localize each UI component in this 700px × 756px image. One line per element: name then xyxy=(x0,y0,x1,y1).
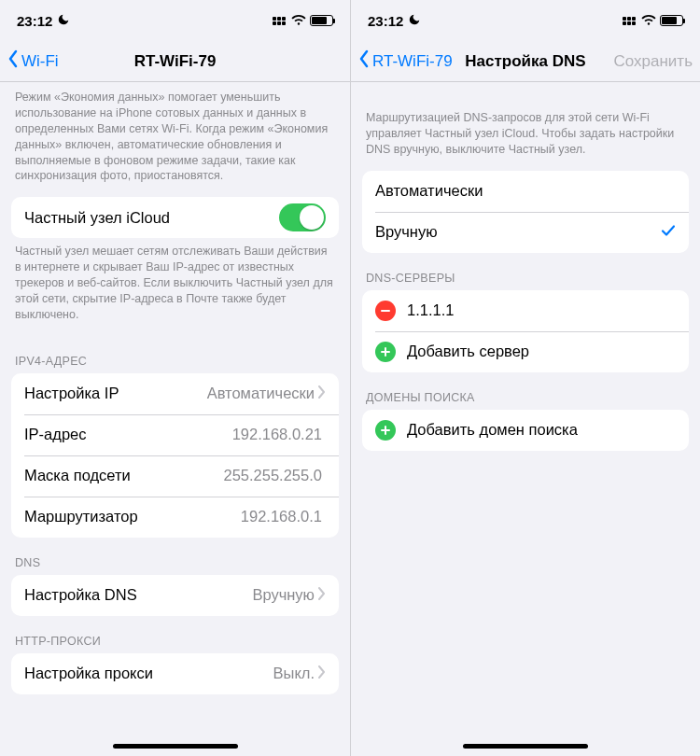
configure-dns-label: Настройка DNS xyxy=(24,586,252,604)
add-server-row[interactable]: Добавить сервер xyxy=(362,331,689,372)
dns-group: Настройка DNS Вручную xyxy=(11,575,339,616)
configure-ip-label: Настройка IP xyxy=(24,385,207,402)
remove-server-button[interactable] xyxy=(375,301,396,321)
private-relay-label: Частный узел iCloud xyxy=(24,209,279,227)
back-label: Wi-Fi xyxy=(21,52,59,71)
data-saver-footer: Режим «Экономия данных» помогает уменьши… xyxy=(0,82,350,197)
private-relay-toggle[interactable] xyxy=(279,203,326,231)
wifi-icon xyxy=(641,13,656,29)
ip-address-value: 192.168.0.21 xyxy=(232,426,322,443)
checkmark-icon xyxy=(661,223,676,242)
dns-servers-header: DNS-СЕРВЕРЫ xyxy=(351,253,700,290)
svg-rect-4 xyxy=(381,429,390,431)
chevron-right-icon xyxy=(318,665,326,682)
status-bar: 23:12 xyxy=(351,0,700,41)
proxy-header: HTTP-ПРОКСИ xyxy=(0,616,350,653)
save-button[interactable]: Сохранить xyxy=(614,52,693,71)
svg-rect-0 xyxy=(381,310,390,312)
dns-server-row[interactable]: 1.1.1.1 xyxy=(362,290,689,331)
dns-server-value[interactable]: 1.1.1.1 xyxy=(407,301,676,319)
subnet-mask-label: Маска подсети xyxy=(24,467,223,484)
dns-intro-text: Маршрутизацией DNS-запросов для этой сет… xyxy=(351,82,700,171)
cellular-grid-icon xyxy=(623,17,636,25)
router-label: Маршрутизатор xyxy=(24,508,241,525)
dns-mode-auto-label: Автоматически xyxy=(375,182,676,200)
search-domains-header: ДОМЕНЫ ПОИСКА xyxy=(351,372,700,410)
private-relay-cell[interactable]: Частный узел iCloud xyxy=(11,197,339,238)
configure-ip-value: Автоматически xyxy=(207,385,315,402)
wifi-icon xyxy=(291,13,306,29)
configure-proxy-value: Выкл. xyxy=(273,665,315,682)
wifi-detail-screen: 23:12 Wi-Fi RT-WiFi-79 Режим «Экономия д… xyxy=(0,0,350,756)
dns-mode-group: Автоматически Вручную xyxy=(362,171,689,253)
battery-icon xyxy=(660,15,683,26)
subnet-mask-cell: Маска подсети 255.255.255.0 xyxy=(11,455,339,497)
settings-content[interactable]: Маршрутизацией DNS-запросов для этой сет… xyxy=(351,82,700,756)
do-not-disturb-icon xyxy=(408,13,421,29)
dns-mode-manual-label: Вручную xyxy=(375,223,661,241)
add-domain-button[interactable] xyxy=(375,420,396,441)
chevron-left-icon xyxy=(358,49,370,73)
add-domain-row[interactable]: Добавить домен поиска xyxy=(362,410,689,451)
dns-mode-auto[interactable]: Автоматически xyxy=(362,171,689,212)
nav-bar: RT-WiFi-79 Настройка DNS Сохранить xyxy=(351,41,700,82)
home-indicator[interactable] xyxy=(113,744,238,749)
settings-content[interactable]: Режим «Экономия данных» помогает уменьши… xyxy=(0,82,350,756)
chevron-right-icon xyxy=(318,385,326,402)
proxy-group: Настройка прокси Выкл. xyxy=(11,653,339,694)
configure-proxy-label: Настройка прокси xyxy=(24,665,273,682)
back-button[interactable]: Wi-Fi xyxy=(7,49,59,73)
do-not-disturb-icon xyxy=(57,13,70,29)
private-relay-group: Частный узел iCloud xyxy=(11,197,339,238)
router-cell: Маршрутизатор 192.168.0.1 xyxy=(11,497,339,538)
router-value: 192.168.0.1 xyxy=(241,508,322,525)
battery-icon xyxy=(310,15,333,26)
back-label: RT-WiFi-79 xyxy=(372,52,453,71)
configure-dns-cell[interactable]: Настройка DNS Вручную xyxy=(11,575,339,616)
chevron-left-icon xyxy=(7,49,19,73)
nav-bar: Wi-Fi RT-WiFi-79 xyxy=(0,41,350,82)
dns-mode-manual[interactable]: Вручную xyxy=(362,212,689,253)
subnet-mask-value: 255.255.255.0 xyxy=(223,467,322,484)
svg-rect-2 xyxy=(381,351,390,353)
status-bar: 23:12 xyxy=(0,0,350,41)
chevron-right-icon xyxy=(318,586,326,604)
configure-ip-cell[interactable]: Настройка IP Автоматически xyxy=(11,373,339,414)
add-server-button[interactable] xyxy=(375,342,396,362)
home-indicator[interactable] xyxy=(463,744,588,749)
back-button[interactable]: RT-WiFi-79 xyxy=(358,49,453,73)
add-domain-label: Добавить домен поиска xyxy=(407,421,676,439)
status-time: 23:12 xyxy=(17,13,52,29)
ipv4-group: Настройка IP Автоматически IP-адрес 192.… xyxy=(11,373,339,538)
search-domains-group: Добавить домен поиска xyxy=(362,410,689,451)
ipv4-header: IPV4-АДРЕС xyxy=(0,336,350,373)
cellular-grid-icon xyxy=(273,17,286,25)
configure-proxy-cell[interactable]: Настройка прокси Выкл. xyxy=(11,653,339,694)
add-server-label: Добавить сервер xyxy=(407,343,676,360)
dns-servers-group: 1.1.1.1 Добавить сервер xyxy=(362,290,689,372)
ip-address-label: IP-адрес xyxy=(24,426,232,443)
private-relay-footer: Частный узел мешает сетям отслеживать Ва… xyxy=(0,238,350,335)
dns-settings-screen: 23:12 RT-WiFi-79 Настройка DNS Сохранить… xyxy=(350,0,700,756)
status-time: 23:12 xyxy=(368,13,403,29)
ip-address-cell: IP-адрес 192.168.0.21 xyxy=(11,414,339,455)
configure-dns-value: Вручную xyxy=(252,586,315,604)
dns-header: DNS xyxy=(0,538,350,575)
